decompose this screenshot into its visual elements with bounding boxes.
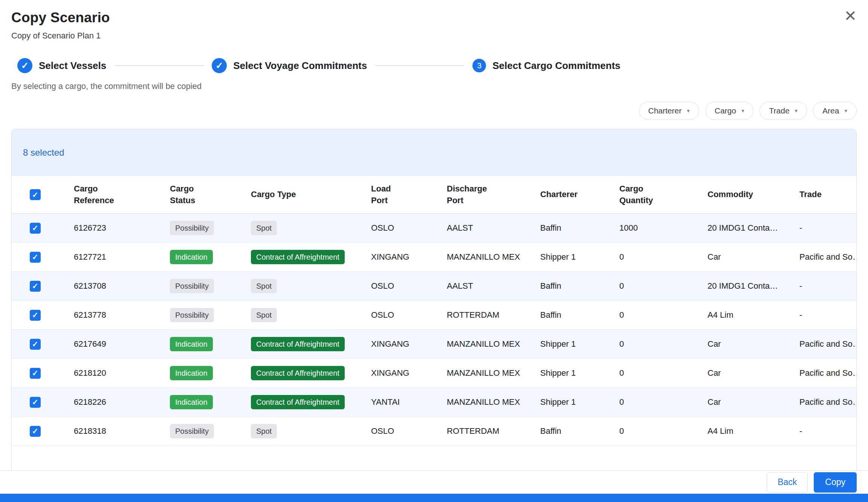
cell-load-port: OSLO [371,223,447,233]
row-checkbox-cell: ✓ [12,281,74,292]
col-header-line: Port [447,195,534,207]
cell-charterer: Baffin [540,426,619,436]
col-header-commodity: Commodity [708,189,799,200]
filter-trade[interactable]: Trade▾ [760,102,807,120]
col-header-discharge-port: DischargePort [447,183,540,207]
row-checkbox[interactable]: ✓ [30,368,41,379]
cell-trade: Pacific and So… [799,252,856,262]
row-checkbox[interactable]: ✓ [30,310,41,321]
table-row[interactable]: ✓6127721IndicationContract of Affreightm… [12,243,856,272]
filter-bar: Charterer▾Cargo▾Trade▾Area▾ [11,102,857,120]
filter-cargo[interactable]: Cargo▾ [705,102,754,120]
table-row[interactable]: ✓6213778PossibilitySpotOSLOROTTERDAMBaff… [12,301,856,330]
cell-load-port: OSLO [371,426,447,436]
cell-cargo-quantity: 1000 [619,223,708,233]
stepper: ✓Select Vessels✓Select Voyage Commitment… [17,58,857,73]
dialog-footer: Back Copy [0,470,868,494]
page-title: Copy Scenario [11,10,857,26]
cargo-type-badge: Contract of Affreightment [251,337,345,351]
cell-charterer: Shipper 1 [540,252,619,262]
table-row[interactable]: ✓6218226IndicationContract of Affreightm… [12,388,856,417]
back-button[interactable]: Back [767,472,808,493]
col-header-line: Cargo Type [251,189,365,200]
table-row[interactable]: ✓6213708PossibilitySpotOSLOAALSTBaffin02… [12,272,856,301]
cargo-type-badge: Contract of Affreightment [251,250,345,264]
cell-cargo-quantity: 0 [619,252,708,262]
copy-button[interactable]: Copy [814,472,857,493]
page-background-strip [0,494,868,502]
cell-discharge-port: MANZANILLO MEX [447,252,540,262]
cell-trade: - [799,310,856,320]
cell-cargo-quantity: 0 [619,368,708,378]
table-row[interactable]: ✓6218318PossibilitySpotOSLOROTTERDAMBaff… [12,417,856,446]
col-header-line: Commodity [708,189,793,200]
table-row[interactable]: ✓6217649IndicationContract of Affreightm… [12,330,856,359]
step-3[interactable]: 3Select Cargo Commitments [472,59,620,72]
col-header-line: Discharge [447,183,534,195]
cell-discharge-port: AALST [447,223,540,233]
cell-trade: Pacific and So… [799,397,856,407]
row-checkbox[interactable]: ✓ [30,339,41,350]
helper-text: By selecting a cargo, the commitment wil… [11,81,857,91]
row-checkbox[interactable]: ✓ [30,223,41,234]
cell-discharge-port: MANZANILLO MEX [447,339,540,349]
cell-discharge-port: MANZANILLO MEX [447,368,540,378]
cell-commodity: A4 Lim [708,426,799,436]
step-connector [115,65,203,66]
row-checkbox[interactable]: ✓ [30,397,41,408]
cargo-type-badge-cell: Spot [251,279,371,293]
chevron-down-icon: ▾ [741,107,744,114]
step-check-icon: ✓ [17,58,32,73]
cell-commodity: 20 IMDG1 Conta… [708,281,799,291]
col-header-line: Quantity [619,195,701,207]
step-2[interactable]: ✓Select Voyage Commitments [212,58,367,73]
cell-discharge-port: ROTTERDAM [447,426,540,436]
cell-load-port: XINGANG [371,252,447,262]
col-header-line: Cargo [619,183,701,195]
row-checkbox[interactable]: ✓ [30,252,41,263]
step-label: Select Vessels [39,60,106,72]
cell-cargo-reference: 6126723 [74,223,170,233]
cell-commodity: A4 Lim [708,310,799,320]
filter-charterer[interactable]: Charterer▾ [639,102,699,120]
cell-cargo-quantity: 0 [619,426,708,436]
cell-commodity: Car [708,368,799,378]
dialog-subtitle: Copy of Scenario Plan 1 [11,31,857,41]
filter-label: Area [822,106,839,115]
cell-trade: Pacific and So… [799,368,856,378]
cell-cargo-reference: 6218226 [74,397,170,407]
cell-load-port: XINGANG [371,339,447,349]
row-checkbox-cell: ✓ [12,339,74,350]
table-row[interactable]: ✓6126723PossibilitySpotOSLOAALSTBaffin10… [12,214,856,243]
col-header-cargo-reference: CargoReference [74,183,170,207]
cell-cargo-reference: 6213708 [74,281,170,291]
row-checkbox[interactable]: ✓ [30,426,41,437]
select-all-checkbox[interactable]: ✓ [30,189,41,200]
close-button[interactable]: ✕ [844,8,857,23]
col-header-line: Status [170,195,245,207]
col-header-trade: Trade [799,189,856,200]
select-all-cell: ✓ [12,189,74,200]
cell-discharge-port: ROTTERDAM [447,310,540,320]
cargo-type-badge-cell: Spot [251,424,371,438]
cell-load-port: OSLO [371,310,447,320]
row-checkbox-cell: ✓ [12,252,74,263]
cell-charterer: Baffin [540,310,619,320]
check-icon: ✓ [32,369,38,378]
cargo-type-badge-cell: Spot [251,308,371,322]
col-header-line: Port [371,195,441,207]
check-icon: ✓ [32,340,38,349]
col-header-line: Charterer [540,189,613,200]
row-checkbox[interactable]: ✓ [30,281,41,292]
cargo-type-badge: Spot [251,424,277,438]
step-1[interactable]: ✓Select Vessels [17,58,106,73]
filter-label: Trade [769,106,789,115]
cell-charterer: Shipper 1 [540,368,619,378]
table-row[interactable]: ✓6218120IndicationContract of Affreightm… [12,359,856,388]
check-icon: ✓ [32,311,38,320]
check-icon: ✓ [32,282,38,291]
filter-area[interactable]: Area▾ [813,102,857,120]
step-connector [375,65,464,66]
cargo-type-badge: Spot [251,308,277,322]
cell-load-port: YANTAI [371,397,447,407]
